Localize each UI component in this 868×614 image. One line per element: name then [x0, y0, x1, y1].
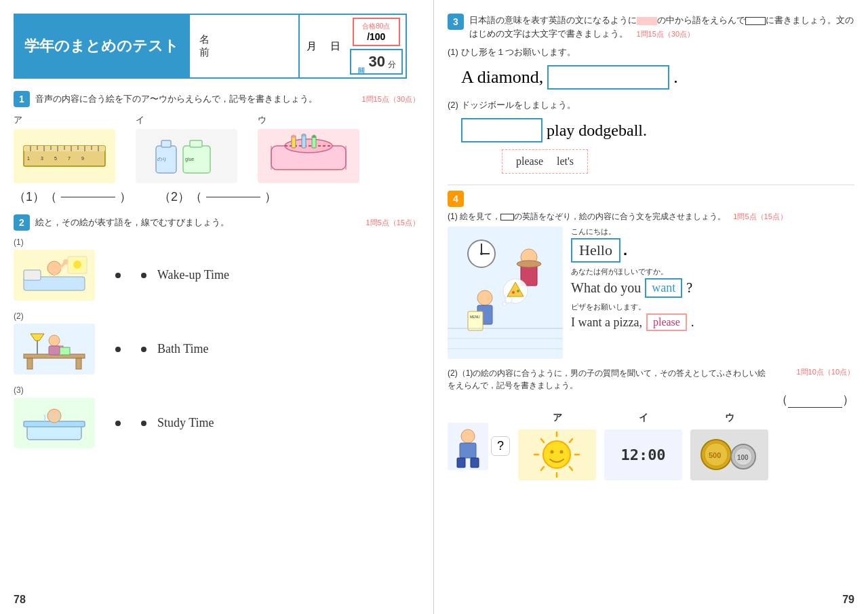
section3-q1-jp: (1) ひし形を１つお願いします。: [448, 46, 854, 58]
bullet-3: [141, 421, 146, 426]
bath-svg: [17, 401, 92, 445]
section1-num: 1: [14, 91, 30, 107]
header-box: 学年のまとめのテスト 名前 月 日 合格80点 /100 時間 30 分: [14, 14, 407, 79]
match-img-3: [14, 398, 95, 448]
dot-left-3: [115, 421, 121, 426]
option-a-image: [518, 429, 596, 480]
conversation-image: MENU: [448, 227, 563, 359]
q1-answer-box[interactable]: [547, 65, 669, 90]
svg-rect-45: [27, 358, 33, 369]
image-u: ウ: [258, 114, 359, 183]
boy-image: [448, 423, 488, 470]
bottles-image: のり glue: [136, 129, 237, 183]
ruler-svg: 1 3 5 7 9: [20, 136, 108, 176]
answer2: （2）（ ）: [159, 189, 277, 205]
conv-svg: MENU: [448, 227, 563, 359]
left-page: 学年のまとめのテスト 名前 月 日 合格80点 /100 時間 30 分 1 音…: [0, 0, 434, 614]
conversation-lines: こんにちは。 Hello . あなたは何がほしいですか。 What do you…: [571, 227, 854, 359]
svg-text:5: 5: [54, 156, 57, 161]
option-a: ア: [518, 412, 596, 480]
word-choices-box: please let's: [502, 149, 588, 174]
svg-point-93: [551, 450, 554, 454]
conv-line-pizza: ピザをお願いします。 I want a pizza, please .: [571, 302, 854, 331]
sun-svg: [518, 429, 596, 480]
wakeup-svg: [17, 253, 92, 297]
coins-svg: 500 100: [690, 429, 768, 480]
want-box: want: [645, 278, 682, 298]
section4: 4 (1) 絵を見て，の英語をなぞり，絵の内容に合う文を完成させましょう。 1問…: [448, 191, 854, 480]
page-number-left: 78: [14, 594, 26, 606]
image-a: ア 1 3: [14, 114, 115, 183]
section2-num: 2: [14, 214, 30, 231]
conv-line-want: あなたは何がほしいですか。 What do you want ?: [571, 267, 854, 298]
dot-left-1: [115, 273, 121, 278]
section3-q1-en: A diamond, .: [461, 65, 854, 90]
section4-part2: (2)（1)の絵の内容に合うように，男の子の質問を聞いて，その答えとしてふさわし…: [448, 367, 854, 480]
time-box: 時間 30 分: [350, 49, 403, 75]
please-box: please: [646, 313, 687, 331]
svg-text:7: 7: [68, 156, 71, 161]
pencilcase-image: [258, 129, 359, 183]
option-u: ウ 500 100: [690, 412, 768, 480]
page-number-right: 79: [842, 594, 854, 606]
match-section: (1): [14, 237, 420, 448]
match-img-1: [14, 250, 95, 301]
hello-box: Hello: [571, 238, 620, 263]
svg-rect-52: [49, 346, 60, 355]
svg-text:9: 9: [81, 156, 84, 161]
section3: 3 日本語の意味を表す英語の文になるようにの中から語をえらんでに書きましょう。文…: [448, 14, 854, 174]
pencilcase-svg: [264, 132, 353, 180]
section4-num: 4: [448, 191, 464, 207]
divider: [448, 185, 854, 185]
option-i-image: 12:00: [604, 429, 682, 480]
section3-q2-en: play dodgeball.: [461, 118, 854, 142]
svg-point-51: [49, 335, 60, 346]
section4-p1-instruction: (1) 絵を見て，の英語をなぞり，絵の内容に合う文を完成させましょう。 1問5点…: [448, 211, 854, 223]
svg-point-73: [512, 291, 515, 294]
score-box: 合格80点 /100: [353, 18, 400, 46]
bullet-1: [141, 273, 146, 278]
answer1: （1）（ ）: [14, 189, 132, 205]
ruler-image: 1 3 5 7 9: [14, 129, 115, 183]
section3-q2-jp: (2) ドッジボールをしましょう。: [448, 99, 854, 111]
svg-rect-22: [190, 140, 202, 147]
match-item-3: Study Time: [14, 398, 420, 448]
svg-rect-82: [471, 458, 479, 467]
match-item-2: Bath Time: [14, 324, 420, 375]
boy-svg: [448, 423, 488, 470]
svg-point-64: [517, 261, 541, 267]
bullet-2: [141, 347, 146, 352]
svg-point-94: [560, 450, 564, 454]
option-i: イ 12:00: [604, 412, 682, 480]
question-bubble: ?: [491, 436, 510, 456]
q2-answer-box[interactable]: [461, 118, 542, 142]
svg-text:3: 3: [41, 156, 43, 161]
part2-options-row: ? ア: [448, 412, 854, 480]
svg-text:100: 100: [737, 454, 749, 461]
boy-question: ?: [448, 423, 510, 470]
svg-rect-81: [457, 458, 465, 467]
section1-answers: （1）（ ） （2）（ ）: [14, 189, 420, 205]
bottles-svg: のり glue: [142, 132, 231, 180]
svg-text:1: 1: [27, 156, 30, 161]
dot-left-2: [115, 347, 121, 352]
svg-text:500: 500: [709, 451, 721, 459]
test-title: 学年のまとめのテスト: [15, 15, 189, 77]
svg-text:glue: glue: [185, 157, 194, 162]
svg-point-84: [543, 441, 570, 468]
conversation-block: MENU こんにち: [448, 227, 854, 359]
section1-images: ア 1 3: [14, 114, 420, 183]
studying-svg: [17, 327, 92, 371]
svg-point-70: [505, 296, 512, 303]
svg-point-74: [517, 290, 519, 292]
svg-point-71: [502, 302, 507, 306]
svg-rect-37: [24, 270, 41, 280]
svg-rect-80: [460, 443, 476, 458]
svg-rect-19: [161, 140, 171, 147]
section1-header: 1 音声の内容に合う絵を下のア〜ウからえらんで，記号を書きましょう。 1問15点…: [14, 91, 420, 107]
conv-line-hello: こんにちは。 Hello .: [571, 227, 854, 263]
section2: 2 絵と，その絵が表す語を，線でむすびましょう。 1問5点（15点） (1): [14, 214, 420, 448]
svg-point-79: [461, 429, 475, 443]
match-img-2: [14, 324, 95, 375]
section3-num: 3: [448, 14, 464, 30]
